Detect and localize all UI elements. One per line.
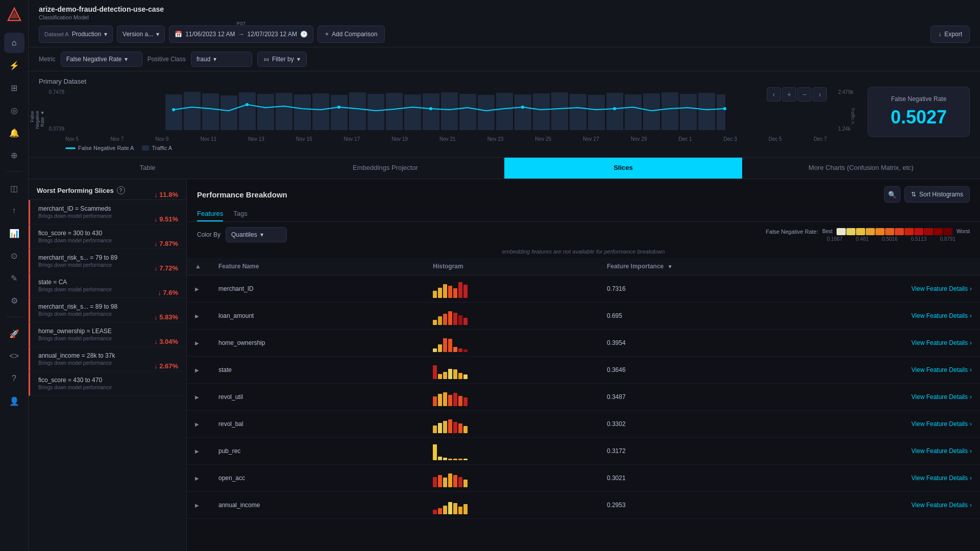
sidebar-item-code[interactable]: <>: [4, 346, 24, 366]
scale-block-7: [895, 228, 904, 235]
arrow-right-icon: ›: [970, 366, 972, 373]
scale-val-5: 0.8791: [940, 236, 955, 242]
sort-icon: ⇅: [911, 191, 916, 198]
expand-cell[interactable]: ▶: [187, 492, 210, 519]
scale-val-2: 0.481: [856, 236, 869, 242]
expand-icon-0[interactable]: ▶: [195, 286, 199, 292]
svg-rect-23: [551, 92, 568, 130]
sidebar-item-grid[interactable]: ⊞: [4, 78, 24, 98]
positive-class-selector[interactable]: fraud ▾: [191, 52, 252, 67]
export-button[interactable]: ↓ Export: [930, 26, 970, 43]
expand-icon-3[interactable]: ▶: [195, 367, 199, 373]
view-feature-details-link-6[interactable]: View Feature Details ›: [886, 447, 972, 455]
hist-bar-5: [458, 423, 462, 433]
sidebar-item-bell[interactable]: 🔔: [4, 122, 24, 143]
view-feature-details-link-2[interactable]: View Feature Details ›: [886, 339, 972, 346]
zoom-out-button[interactable]: −: [797, 87, 812, 102]
svg-rect-4: [202, 93, 219, 130]
sort-histograms-label: Sort Histograms: [919, 191, 963, 198]
add-comparison-label: Add Comparison: [332, 31, 377, 38]
view-feature-details-link-8[interactable]: View Feature Details ›: [886, 502, 972, 509]
view-feature-details-link-5[interactable]: View Feature Details ›: [886, 420, 972, 428]
help-icon[interactable]: ?: [117, 186, 125, 194]
expand-cell[interactable]: ▶: [187, 438, 210, 465]
view-feature-details-link-3[interactable]: View Feature Details ›: [886, 366, 972, 373]
view-feature-details-link-4[interactable]: View Feature Details ›: [886, 393, 972, 400]
expand-icon-5[interactable]: ▶: [195, 421, 199, 427]
hist-bar-5: [458, 348, 462, 352]
expand-icon-1[interactable]: ▶: [195, 313, 199, 319]
expand-icon-8[interactable]: ▶: [195, 503, 199, 508]
expand-cell[interactable]: ▶: [187, 303, 210, 330]
importance-value-2: 0.3954: [607, 339, 626, 346]
date-range-selector[interactable]: PST 📅 11/06/2023 12 AM → 12/07/2023 12 A…: [169, 26, 313, 43]
metric-selector[interactable]: False Negative Rate ▾: [61, 52, 142, 67]
importance-cell-2: 0.3954: [599, 330, 878, 357]
hist-bar-6: [463, 459, 468, 460]
kpi-label: False Negative Rate: [880, 95, 957, 103]
expand-cell[interactable]: ▶: [187, 330, 210, 357]
slice-desc-6: Brings down model performance: [38, 360, 115, 366]
sidebar-item-user[interactable]: 👤: [4, 391, 24, 411]
dataset-label: Dataset A: [44, 31, 69, 37]
th-feature-importance[interactable]: Feature Importance ▼: [599, 258, 878, 276]
tab-slices[interactable]: Slices: [504, 158, 742, 179]
slice-desc-2: Brings down model performance: [38, 262, 117, 268]
svg-rect-28: [643, 93, 660, 130]
filter-by-button[interactable]: ⧦ Filter by ▾: [257, 52, 307, 67]
sidebar-item-chart[interactable]: 📊: [4, 223, 24, 243]
sidebar-item-dots[interactable]: ⊙: [4, 245, 24, 266]
expand-icon-7[interactable]: ▶: [195, 475, 199, 481]
view-feature-details-link-0[interactable]: View Feature Details ›: [886, 285, 972, 292]
expand-icon-4[interactable]: ▶: [195, 394, 199, 400]
hist-bar-1: [438, 457, 442, 460]
expand-cell[interactable]: ▶: [187, 465, 210, 492]
sub-tab-features[interactable]: Features: [197, 207, 223, 221]
sidebar-item-rocket[interactable]: 🚀: [4, 323, 24, 344]
zoom-in-button[interactable]: +: [782, 87, 796, 102]
hist-bar-6: [463, 426, 468, 433]
tab-table[interactable]: Table: [29, 158, 266, 179]
date-from: 11/06/2023 12 AM: [185, 31, 235, 38]
sidebar-item-activity[interactable]: ⚡: [4, 55, 24, 76]
dataset-selector[interactable]: Dataset A Production ▾: [39, 26, 113, 43]
sidebar-item-home[interactable]: ⌂: [4, 33, 24, 53]
sidebar-item-settings[interactable]: ⚙: [4, 290, 24, 311]
search-button[interactable]: 🔍: [884, 186, 900, 203]
expand-icon-6[interactable]: ▶: [195, 448, 199, 454]
expand-cell[interactable]: ▶: [187, 276, 210, 303]
expand-cell[interactable]: ▶: [187, 411, 210, 438]
app-logo[interactable]: [5, 6, 23, 24]
view-feature-details-link-1[interactable]: View Feature Details ›: [886, 312, 972, 319]
hist-bar-0: [433, 477, 437, 487]
svg-rect-26: [606, 93, 623, 130]
tab-more-charts[interactable]: More Charts (Confusion Matrix, etc): [742, 158, 980, 179]
svg-point-35: [337, 106, 340, 109]
feature-name-cell-6: pub_rec: [210, 438, 425, 465]
zoom-out-left-button[interactable]: ‹: [767, 87, 781, 102]
add-comparison-button[interactable]: + Add Comparison: [317, 26, 385, 43]
version-selector[interactable]: Version a... ▾: [117, 26, 165, 43]
view-feature-details-link-7[interactable]: View Feature Details ›: [886, 474, 972, 482]
hist-bar-4: [453, 313, 457, 325]
th-feature-name[interactable]: Feature Name: [210, 258, 425, 276]
sidebar-item-pencil[interactable]: ✎: [4, 268, 24, 288]
expand-icon-2[interactable]: ▶: [195, 340, 199, 346]
histogram-cell-1: [425, 303, 599, 330]
feature-name-1: loan_amount: [218, 312, 254, 319]
sidebar-item-monitor[interactable]: ◎: [4, 100, 24, 120]
slice-item-7[interactable]: fico_score = 430 to 470 Brings down mode…: [29, 371, 186, 396]
sidebar-item-question[interactable]: ?: [4, 368, 24, 389]
filter-icon: ⧦: [264, 56, 269, 63]
sub-tab-tags[interactable]: Tags: [233, 207, 247, 221]
sidebar-item-database[interactable]: ◫: [4, 178, 24, 198]
color-by-selector[interactable]: Quantiles ▾: [226, 227, 287, 242]
sidebar-item-upload[interactable]: ↑: [4, 201, 24, 221]
expand-cell[interactable]: ▶: [187, 384, 210, 411]
sort-histograms-button[interactable]: ⇅ Sort Histograms: [904, 186, 970, 203]
zoom-in-right-button[interactable]: ›: [813, 87, 827, 102]
sidebar-item-puzzle[interactable]: ⊕: [4, 145, 24, 165]
tab-embeddings[interactable]: Embeddings Projector: [266, 158, 504, 179]
legend-color-traffic: [142, 145, 149, 151]
expand-cell[interactable]: ▶: [187, 357, 210, 384]
